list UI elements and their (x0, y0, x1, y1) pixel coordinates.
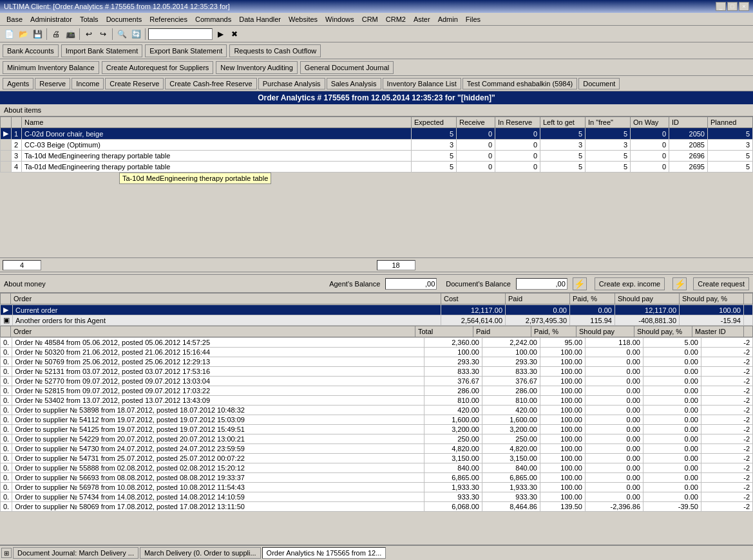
sub-order-row[interactable]: 0. Order to supplier № 54229 from 20.07.… (1, 434, 753, 444)
sub-order-row[interactable]: 0. Order to supplier № 54731 from 25.07.… (1, 454, 753, 463)
close-btn[interactable]: × (739, 2, 749, 11)
test-command-btn[interactable]: Test Command eshabalkin (5984) (462, 78, 577, 89)
export-bank-btn[interactable]: Export Bank Statement (145, 44, 227, 57)
menu-files[interactable]: Files (462, 14, 484, 24)
sub-row-order: Order № 48584 from 05.06.2012, posted 05… (12, 338, 424, 348)
delete-icon[interactable]: ✖ (228, 28, 241, 41)
sub-row-master-id: -2 (701, 502, 753, 512)
lightning-btn-1[interactable]: ⚡ (573, 277, 587, 290)
sales-analysis-btn[interactable]: Sales Analysis (327, 78, 381, 89)
menu-websites[interactable]: Websites (285, 14, 321, 24)
documents-balance-input[interactable] (516, 278, 567, 290)
sub-row-indicator: 0. (1, 386, 12, 396)
sub-order-row[interactable]: 0. Order № 52770 from 09.07.2012, posted… (1, 377, 753, 386)
lightning-btn-2[interactable]: ⚡ (672, 277, 687, 290)
start-icon[interactable]: ⊞ (1, 548, 12, 558)
redo-icon[interactable]: ↪ (97, 28, 110, 41)
sub-order-row[interactable]: 0. Order to supplier № 58069 from 17.08.… (1, 502, 753, 512)
general-journal-btn[interactable]: General Document Journal (300, 61, 394, 74)
document-btn[interactable]: Document (578, 78, 620, 89)
menu-crm[interactable]: CRM (358, 14, 382, 24)
create-reserve-btn[interactable]: Create Reserve (105, 78, 164, 89)
taskbar-item-2[interactable]: Order Analytics № 175565 from 12... (262, 547, 386, 559)
sub-row-paid-pct: 100.00 (540, 473, 586, 483)
menu-commands[interactable]: Commands (191, 14, 235, 24)
menu-referencies[interactable]: Referencies (146, 14, 191, 24)
sub-order-row[interactable]: 0. Order to supplier № 54730 from 24.07.… (1, 444, 753, 454)
agents-btn[interactable]: Agents (3, 78, 33, 89)
menu-totals[interactable]: Totals (76, 14, 102, 24)
menu-crm2[interactable]: CRM2 (382, 14, 410, 24)
menu-administrator[interactable]: Administrator (26, 14, 76, 24)
current-order-item[interactable]: ▶ Current order 12,117.00 0.00 0.00 12,1… (1, 305, 753, 315)
agents-balance-input[interactable]: ,00 (385, 278, 437, 290)
maximize-btn[interactable]: □ (727, 2, 738, 11)
row-on-way: 0 (631, 162, 669, 173)
menu-aster[interactable]: Aster (410, 14, 434, 24)
sub-orders-table: 0. Order № 48584 from 05.06.2012, posted… (0, 337, 753, 512)
other-orders-row[interactable]: ▣ Another orders for this Agent 2,564,61… (1, 315, 753, 326)
find-icon[interactable]: 🔍 (115, 28, 128, 41)
sub-order-row[interactable]: 0. Order to supplier № 54125 from 19.07.… (1, 425, 753, 434)
title-controls[interactable]: _ □ × (716, 2, 749, 11)
menu-base[interactable]: Base (3, 14, 26, 24)
taskbar-item-0[interactable]: Document Journal: March Delivery ... (13, 547, 138, 559)
menu-documents[interactable]: Documents (102, 14, 146, 24)
sub-row-master-id: -2 (701, 434, 753, 444)
create-cashfree-btn[interactable]: Create Cash-free Reserve (165, 78, 256, 89)
print-icon[interactable]: 🖨 (50, 28, 62, 41)
min-inventory-btn[interactable]: Minimum Inventory Balance (3, 61, 99, 74)
sub-row-paid: 250.00 (482, 434, 540, 444)
open-icon[interactable]: 📂 (17, 28, 30, 41)
sub-row-paid: 2,242.00 (482, 338, 540, 348)
taskbar-item-1[interactable]: March Delivery (0. Order to suppli... (140, 547, 261, 559)
new-icon[interactable]: 📄 (3, 28, 15, 41)
menu-windows[interactable]: Windows (321, 14, 358, 24)
purchase-analysis-btn[interactable]: Purchase Analysis (258, 78, 325, 89)
income-btn[interactable]: Income (71, 78, 104, 89)
requests-cash-btn[interactable]: Requests to Cash Outflow (229, 44, 321, 57)
bank-accounts-btn[interactable]: Bank Accounts (3, 44, 59, 57)
items-row[interactable]: 3 Ta-10d MedEngineering therapy portable… (1, 151, 753, 162)
sub-order-row[interactable]: 0. Order to supplier № 56693 from 08.08.… (1, 473, 753, 483)
create-request-btn[interactable]: Create request (693, 277, 749, 290)
sub-row-total: 100.00 (424, 348, 482, 357)
fax-icon[interactable]: 📠 (64, 28, 77, 41)
undo-icon[interactable]: ↩ (82, 28, 95, 41)
new-inventory-btn[interactable]: New Inventory Auditing (216, 61, 298, 74)
save-icon[interactable]: 💾 (31, 28, 44, 41)
items-row[interactable]: ▶ 1 C-02d Donor chair, beige 5 0 0 5 5 0… (1, 128, 753, 140)
row-name: CC-03 Beige (Optimum) (22, 140, 412, 151)
sub-order-row[interactable]: 0. Order to supplier № 53898 from 18.07.… (1, 406, 753, 415)
items-table-wrap[interactable]: Name Expected Receive In Reserve Left to… (0, 117, 753, 257)
inventory-balance-btn[interactable]: Inventory Balance List (383, 78, 461, 89)
sub-order-row[interactable]: 0. Order to supplier № 55888 from 02.08.… (1, 463, 753, 473)
sub-order-row[interactable]: 0. Order № 52815 from 09.07.2012, posted… (1, 386, 753, 396)
sub-order-row[interactable]: 0. Order № 48584 from 05.06.2012, posted… (1, 338, 753, 348)
sub-order-row[interactable]: 0. Order № 50769 from 25.06.2012, posted… (1, 357, 753, 367)
sub-order-row[interactable]: 0. Order № 52131 from 03.07.2012, posted… (1, 367, 753, 377)
sub-rows-scroll[interactable]: 0. Order № 48584 from 05.06.2012, posted… (0, 337, 753, 560)
create-autorequest-btn[interactable]: Create Autorequest for Suppliers (102, 61, 214, 74)
items-row[interactable]: 4 Ta-01d MedEngineering therapy portable… (1, 162, 753, 173)
import-bank-btn[interactable]: Import Bank Statement (61, 44, 143, 57)
create-exp-income-btn[interactable]: Create exp. income (595, 277, 665, 290)
arrow-icon[interactable]: ▶ (214, 28, 227, 41)
refresh-icon[interactable]: 🔄 (129, 28, 142, 41)
reserve-btn[interactable]: Reserve (35, 78, 70, 89)
sub-order-row[interactable]: 0. Order № 50320 from 21.06.2012, posted… (1, 348, 753, 357)
minimize-btn[interactable]: _ (716, 2, 726, 11)
menu-admin[interactable]: Admin (434, 14, 462, 24)
search-input[interactable] (148, 28, 213, 40)
row-left-to-get: 5 (540, 162, 586, 173)
sub-row-total: 3,200.00 (424, 425, 482, 434)
sub-order-row[interactable]: 0. Order to supplier № 56978 from 10.08.… (1, 483, 753, 492)
menu-data-handler[interactable]: Data Handler (235, 14, 285, 24)
sub-order-row[interactable]: 0. Order № 53402 from 13.07.2012, posted… (1, 396, 753, 406)
money-table-header: Order Cost Paid Paid, % Should pay Shoul… (0, 293, 753, 304)
sub-row-total: 1,600.00 (424, 415, 482, 425)
sub-order-row[interactable]: 0. Order to supplier № 54112 from 19.07.… (1, 415, 753, 425)
sub-order-row[interactable]: 0. Order to supplier № 57434 from 14.08.… (1, 492, 753, 502)
items-row[interactable]: 2 CC-03 Beige (Optimum) 3 0 0 3 3 0 2085… (1, 140, 753, 151)
row-on-way: 0 (631, 151, 669, 162)
